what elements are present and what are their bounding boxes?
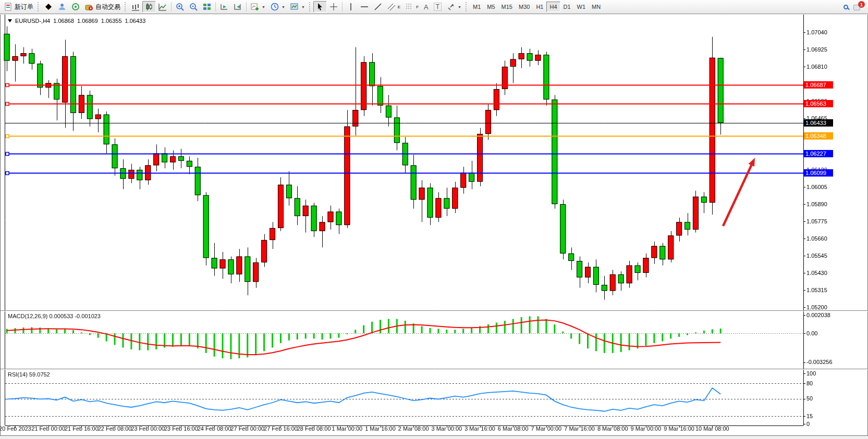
timeframe-MN[interactable]: MN [589,2,604,12]
signals-button[interactable] [69,1,82,12]
symbol-label: EURUSD-,H4 [15,18,50,24]
timeframe-M1[interactable]: M1 [470,2,484,12]
trendline-tool-button[interactable] [371,1,385,12]
ohlc-open: 1.06868 [53,18,74,24]
fibo-suffix-label: F [416,5,419,9]
arrows-shapes-icon [447,3,455,11]
horizontal-line-tool-button[interactable] [358,1,371,12]
toolbar-grip [125,2,127,11]
timeframe-M15[interactable]: M15 [498,2,516,12]
auto-trading-label: 自动交易 [95,3,120,11]
community-button[interactable] [55,1,69,12]
new-order-label: 新订单 [15,3,33,11]
timeframe-H4[interactable]: H4 [546,2,560,12]
ohlc-close: 1.06433 [125,18,146,24]
notification-count-badge: 1 [858,1,865,8]
toolbar-separator [246,2,247,11]
periods-button[interactable]: ▼ [268,1,288,12]
zoom-in-button[interactable] [173,1,187,12]
template-chart-icon [290,3,299,11]
signal-icon [71,3,80,11]
fibonacci-icon [406,3,414,11]
fibonacci-tool-button[interactable]: F [403,1,421,12]
zoom-out-button[interactable] [187,1,200,12]
toolbar-grip [466,2,468,11]
candlestick-chart-type-button[interactable] [142,1,156,12]
line-chart-type-button[interactable] [156,1,169,12]
toolbar-grip [309,2,312,11]
zoom-out-icon [189,3,198,11]
ohlc-low: 1.06355 [101,18,122,24]
ohlc-high: 1.06869 [77,18,98,24]
timeframe-W1[interactable]: W1 [574,2,589,12]
bar-chart-icon [131,3,140,11]
chat-bubble-icon: 1 [853,2,864,11]
cursor-tool-button[interactable] [313,1,327,12]
arrows-tool-button[interactable]: ▼ [444,1,464,12]
candlestick-icon [145,3,153,11]
bar-chart-type-button[interactable] [129,1,142,12]
toolbar-separator [215,2,216,11]
trendline-icon [374,3,382,11]
main-toolbar: 新订单 自动交易 [0,0,868,14]
crosshair-icon [329,3,338,11]
timeframe-group: M1M5M15M30H1H4D1W1MN [470,2,604,12]
market-watch-button[interactable] [42,1,55,12]
text-label-icon: T [434,3,442,11]
chevron-down-icon: ▼ [282,5,285,9]
timeframe-D1[interactable]: D1 [560,2,574,12]
crosshair-tool-button[interactable] [327,1,340,12]
horizontal-line-icon [360,3,369,11]
chevron-down-icon: ▼ [301,5,305,9]
equidistant-channel-tool-button[interactable]: E [385,1,403,12]
text-tool-icon: A [424,3,429,11]
toolbar-separator [171,2,172,11]
chart-window: EURUSD-,H4 1.06868 1.06869 1.06355 1.064… [0,15,868,436]
candlestick-chart-canvas[interactable] [1,15,868,436]
tile-windows-button[interactable] [200,1,214,12]
toolbar-grip [38,2,40,11]
notifications-button[interactable]: 1 [851,1,866,12]
indicators-button[interactable]: ▼ [248,1,268,12]
text-label-tool-button[interactable]: T [431,1,444,12]
add-indicator-icon [251,3,259,11]
vertical-line-icon [347,3,355,11]
chevron-down-icon: ▼ [458,5,461,9]
person-icon [58,3,66,11]
auto-scroll-icon [220,3,228,11]
tile-windows-icon [203,3,211,11]
timeframe-M5[interactable]: M5 [484,2,498,12]
search-icon [843,5,848,9]
auto-scroll-button[interactable] [217,1,231,12]
toolbar-separator [342,2,343,11]
new-order-icon [4,3,13,11]
auto-trading-button[interactable]: 自动交易 [82,1,123,12]
templates-button[interactable]: ▼ [288,1,308,12]
cursor-arrow-icon [316,3,324,11]
timeframe-M30[interactable]: M30 [516,2,533,12]
channel-suffix-label: E [398,5,400,9]
search-button[interactable] [841,1,851,12]
chart-shift-button[interactable] [231,1,244,12]
gold-diamond-icon [44,3,53,11]
symbol-dropdown-icon[interactable] [8,19,12,22]
line-chart-icon [158,3,167,11]
chart-shift-icon [234,3,242,11]
new-order-button[interactable]: 新订单 [2,1,36,12]
zoom-in-icon [176,3,184,11]
vertical-line-tool-button[interactable] [344,1,358,12]
chart-title[interactable]: EURUSD-,H4 1.06868 1.06869 1.06355 1.064… [8,18,145,24]
auto-trading-icon [85,3,93,11]
timeframe-H1[interactable]: H1 [533,2,546,12]
channel-icon [387,3,396,11]
chevron-down-icon: ▼ [262,5,265,9]
text-tool-button[interactable]: A [421,1,431,12]
clock-icon [271,3,279,11]
